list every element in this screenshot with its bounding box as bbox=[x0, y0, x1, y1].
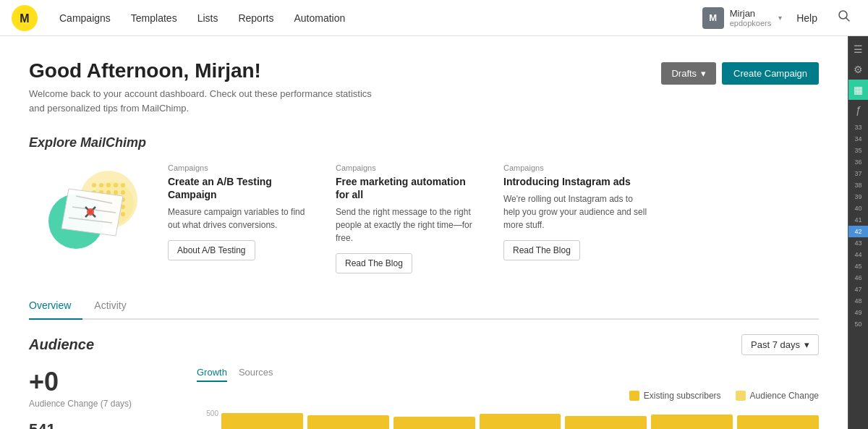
avatar: M bbox=[702, 7, 724, 29]
help-link[interactable]: Help bbox=[791, 12, 823, 24]
row-number-49: 49 bbox=[848, 307, 868, 318]
bar-existing-1 bbox=[307, 415, 389, 429]
explore-cards: Campaigns Create an A/B Testing Campaign… bbox=[29, 163, 819, 273]
audience-body: +0 Audience Change (7 days) 541 Total Au… bbox=[29, 367, 819, 429]
user-info: Mirjan epdopkoers bbox=[730, 8, 772, 28]
row-number-33: 33 bbox=[848, 122, 868, 133]
chart-bar-group-5 bbox=[651, 415, 733, 429]
tab-overview[interactable]: Overview bbox=[29, 294, 82, 320]
sidebar-settings-icon[interactable]: ⚙ bbox=[848, 59, 869, 80]
audience-change-label: Audience Change (7 days) bbox=[29, 399, 174, 409]
tab-activity[interactable]: Activity bbox=[94, 294, 137, 320]
card-3-desc: We're rolling out Instagram ads to help … bbox=[503, 192, 648, 232]
chart-bar-group-3 bbox=[480, 414, 561, 429]
header-actions: Drafts ▾ Create Campaign bbox=[661, 62, 819, 85]
bar-existing-5 bbox=[651, 415, 733, 429]
nav-templates[interactable]: Templates bbox=[121, 0, 187, 36]
sidebar-menu-icon[interactable]: ☰ bbox=[848, 39, 869, 59]
row-number-41: 41 bbox=[848, 214, 868, 226]
explore-section: Explore MailChimp bbox=[29, 135, 819, 273]
period-button[interactable]: Past 7 days ▾ bbox=[741, 334, 819, 355]
sidebar-formula-icon[interactable]: ƒ bbox=[848, 100, 869, 120]
row-number-48: 48 bbox=[848, 295, 868, 307]
row-number-39: 39 bbox=[848, 191, 868, 203]
nav-lists[interactable]: Lists bbox=[187, 0, 229, 36]
svg-text:M: M bbox=[20, 12, 29, 25]
explore-card-2: Campaigns Free marketing automation for … bbox=[336, 163, 480, 273]
explore-card-1: Campaigns Create an A/B Testing Campaign… bbox=[168, 163, 312, 260]
row-number-42: 42 bbox=[848, 226, 868, 237]
chart-bar-group-6 bbox=[737, 415, 819, 429]
row-number-45: 45 bbox=[848, 260, 868, 272]
svg-point-30 bbox=[121, 212, 125, 216]
total-audience-value: 541 bbox=[29, 420, 174, 429]
card-2-title: Free marketing automation for all bbox=[336, 175, 480, 201]
chart-bar-group-4 bbox=[565, 416, 647, 429]
row-number-44: 44 bbox=[848, 249, 868, 260]
page-greeting: Good Afternoon, Mirjan! bbox=[29, 59, 376, 82]
page-header-left: Good Afternoon, Mirjan! Welcome back to … bbox=[29, 59, 376, 115]
chart-bar-group-0 bbox=[221, 413, 303, 429]
card-1-category: Campaigns bbox=[168, 163, 312, 172]
nav-campaigns[interactable]: Campaigns bbox=[49, 0, 121, 36]
card-2-button[interactable]: Read The Blog bbox=[336, 253, 412, 273]
create-campaign-button[interactable]: Create Campaign bbox=[722, 62, 819, 85]
svg-point-14 bbox=[114, 190, 118, 195]
nav-links: Campaigns Templates Lists Reports Automa… bbox=[49, 0, 702, 36]
row-number-46: 46 bbox=[848, 272, 868, 284]
legend-change-dot bbox=[736, 391, 746, 401]
row-number-40: 40 bbox=[848, 203, 868, 214]
svg-point-6 bbox=[92, 183, 96, 187]
user-chevron-icon: ▾ bbox=[778, 14, 782, 22]
nav-user[interactable]: M Mirjan epdopkoers ▾ bbox=[702, 7, 783, 29]
audience-header: Audience Past 7 days ▾ bbox=[29, 334, 819, 355]
bar-existing-0 bbox=[221, 413, 303, 429]
chart-tabs: Growth Sources bbox=[197, 367, 819, 382]
bar-existing-3 bbox=[480, 414, 561, 429]
audience-change-value: +0 bbox=[29, 367, 174, 397]
row-number-50: 50 bbox=[848, 318, 868, 330]
audience-section: Audience Past 7 days ▾ +0 Audience Chang… bbox=[29, 334, 819, 429]
search-icon[interactable] bbox=[832, 9, 856, 26]
nav-reports[interactable]: Reports bbox=[228, 0, 284, 36]
nav-automation[interactable]: Automation bbox=[284, 0, 355, 36]
legend-change: Audience Change bbox=[736, 391, 819, 401]
svg-point-7 bbox=[99, 183, 103, 187]
row-number-36: 36 bbox=[848, 156, 868, 168]
chart-area: 500 400 bbox=[197, 409, 819, 429]
right-panel-numbers: 333435363738394041424344454647484950 bbox=[848, 122, 868, 429]
user-email: epdopkoers bbox=[730, 19, 772, 27]
audience-chart: Growth Sources Existing subscribers Audi… bbox=[197, 367, 819, 429]
legend-existing-label: Existing subscribers bbox=[644, 391, 721, 401]
legend-existing: Existing subscribers bbox=[629, 391, 721, 401]
main-content: Good Afternoon, Mirjan! Welcome back to … bbox=[0, 36, 848, 429]
legend-change-label: Audience Change bbox=[750, 391, 819, 401]
row-number-37: 37 bbox=[848, 168, 868, 179]
chart-tab-growth[interactable]: Growth bbox=[197, 367, 227, 382]
right-panel-icons: ☰ ⚙ ▦ ƒ bbox=[848, 36, 868, 120]
row-number-38: 38 bbox=[848, 179, 868, 191]
explore-title: Explore MailChimp bbox=[29, 135, 819, 150]
sidebar-grid-icon[interactable]: ▦ bbox=[848, 80, 869, 100]
card-1-title: Create an A/B Testing Campaign bbox=[168, 175, 312, 201]
chart-tab-sources[interactable]: Sources bbox=[239, 367, 273, 382]
mailchimp-logo[interactable]: M bbox=[12, 5, 38, 31]
y-label-500: 500 bbox=[197, 409, 218, 417]
card-1-button[interactable]: About A/B Testing bbox=[168, 240, 255, 260]
chart-legend: Existing subscribers Audience Change bbox=[197, 391, 819, 401]
drafts-button[interactable]: Drafts ▾ bbox=[661, 62, 716, 85]
audience-title: Audience bbox=[29, 336, 94, 353]
svg-line-3 bbox=[846, 18, 850, 22]
row-number-43: 43 bbox=[848, 237, 868, 249]
bar-existing-6 bbox=[737, 415, 819, 429]
row-number-47: 47 bbox=[848, 284, 868, 295]
card-2-category: Campaigns bbox=[336, 163, 480, 172]
card-3-button[interactable]: Read The Blog bbox=[503, 240, 580, 260]
svg-point-10 bbox=[121, 183, 125, 187]
row-number-34: 34 bbox=[848, 133, 868, 145]
audience-stats: +0 Audience Change (7 days) 541 Total Au… bbox=[29, 367, 174, 429]
username: Mirjan bbox=[730, 8, 772, 20]
svg-point-8 bbox=[106, 183, 111, 187]
main-tabs: Overview Activity bbox=[29, 294, 819, 320]
card-3-category: Campaigns bbox=[503, 163, 648, 172]
